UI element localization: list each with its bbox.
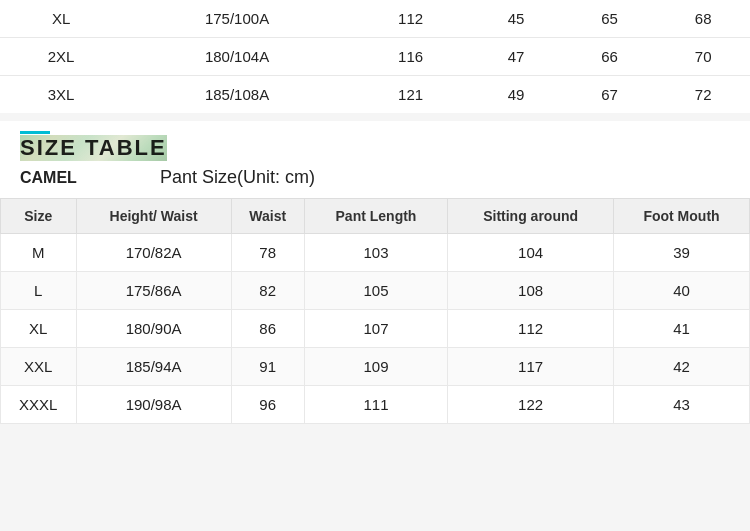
- top-section: XL175/100A1124565682XL180/104A1164766703…: [0, 0, 750, 113]
- column-header: Height/ Waist: [76, 199, 231, 234]
- top-table: XL175/100A1124565682XL180/104A1164766703…: [0, 0, 750, 113]
- table-row: M170/82A7810310439: [1, 234, 750, 272]
- pant-size-label: Pant Size(Unit: cm): [160, 167, 315, 188]
- column-header: Foot Mouth: [614, 199, 750, 234]
- table-row: XXL185/94A9110911742: [1, 348, 750, 386]
- table-row: 3XL185/108A121496772: [0, 76, 750, 114]
- size-table-header: SIZE TABLE: [0, 121, 750, 165]
- size-table-title-text: SIZE TABLE: [20, 135, 167, 160]
- table-row: XXXL190/98A9611112243: [1, 386, 750, 424]
- table-row: 2XL180/104A116476670: [0, 38, 750, 76]
- column-header: Size: [1, 199, 77, 234]
- table-row: XL175/100A112456568: [0, 0, 750, 38]
- column-header: Waist: [231, 199, 304, 234]
- brand-label: CAMEL: [20, 169, 160, 187]
- column-header: Sitting around: [448, 199, 614, 234]
- table-row: XL180/90A8610711241: [1, 310, 750, 348]
- subtitle-row: CAMEL Pant Size(Unit: cm): [0, 165, 750, 198]
- size-table-title: SIZE TABLE: [20, 135, 167, 161]
- bottom-section: SIZE TABLE CAMEL Pant Size(Unit: cm) Siz…: [0, 121, 750, 424]
- table-row: L175/86A8210510840: [1, 272, 750, 310]
- column-header: Pant Length: [304, 199, 447, 234]
- main-table: SizeHeight/ WaistWaistPant LengthSitting…: [0, 198, 750, 424]
